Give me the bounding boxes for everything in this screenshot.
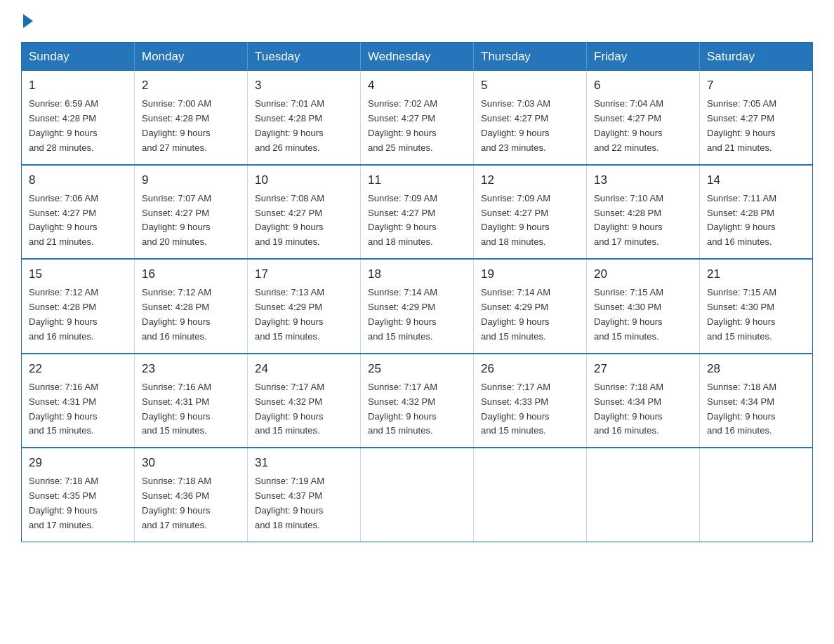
day-info: Sunrise: 7:14 AMSunset: 4:29 PMDaylight:… — [368, 286, 466, 344]
day-info: Sunrise: 7:10 AMSunset: 4:28 PMDaylight:… — [594, 192, 692, 250]
day-number: 1 — [29, 76, 127, 95]
day-number: 21 — [707, 265, 805, 283]
day-info: Sunrise: 7:07 AMSunset: 4:27 PMDaylight:… — [142, 192, 240, 250]
day-of-week-header: Sunday — [22, 43, 135, 72]
calendar-day-cell — [587, 448, 700, 542]
calendar-day-cell: 16Sunrise: 7:12 AMSunset: 4:28 PMDayligh… — [135, 259, 248, 354]
calendar-day-cell: 19Sunrise: 7:14 AMSunset: 4:29 PMDayligh… — [474, 259, 587, 354]
logo-arrow-icon — [23, 14, 33, 28]
day-number: 23 — [142, 360, 240, 378]
day-info: Sunrise: 7:13 AMSunset: 4:29 PMDaylight:… — [255, 286, 353, 344]
calendar-week-row: 29Sunrise: 7:18 AMSunset: 4:35 PMDayligh… — [22, 448, 813, 542]
calendar-header-row: SundayMondayTuesdayWednesdayThursdayFrid… — [22, 43, 813, 72]
day-number: 27 — [594, 360, 692, 378]
calendar-day-cell: 31Sunrise: 7:19 AMSunset: 4:37 PMDayligh… — [248, 448, 361, 542]
day-info: Sunrise: 6:59 AMSunset: 4:28 PMDaylight:… — [29, 97, 127, 155]
day-number: 31 — [255, 454, 353, 472]
calendar-table: SundayMondayTuesdayWednesdayThursdayFrid… — [21, 42, 813, 542]
day-info: Sunrise: 7:12 AMSunset: 4:28 PMDaylight:… — [29, 286, 127, 344]
calendar-day-cell: 7Sunrise: 7:05 AMSunset: 4:27 PMDaylight… — [700, 71, 813, 165]
calendar-day-cell — [700, 448, 813, 542]
calendar-day-cell: 8Sunrise: 7:06 AMSunset: 4:27 PMDaylight… — [22, 165, 135, 260]
day-of-week-header: Tuesday — [248, 43, 361, 72]
day-info: Sunrise: 7:18 AMSunset: 4:36 PMDaylight:… — [142, 474, 240, 532]
day-number: 9 — [142, 171, 240, 189]
calendar-day-cell: 14Sunrise: 7:11 AMSunset: 4:28 PMDayligh… — [700, 165, 813, 260]
calendar-day-cell: 24Sunrise: 7:17 AMSunset: 4:32 PMDayligh… — [248, 354, 361, 448]
day-info: Sunrise: 7:09 AMSunset: 4:27 PMDaylight:… — [481, 192, 579, 250]
day-info: Sunrise: 7:02 AMSunset: 4:27 PMDaylight:… — [368, 97, 466, 155]
day-info: Sunrise: 7:19 AMSunset: 4:37 PMDaylight:… — [255, 474, 353, 532]
day-info: Sunrise: 7:17 AMSunset: 4:33 PMDaylight:… — [481, 380, 579, 438]
day-info: Sunrise: 7:16 AMSunset: 4:31 PMDaylight:… — [142, 380, 240, 438]
calendar-week-row: 15Sunrise: 7:12 AMSunset: 4:28 PMDayligh… — [22, 259, 813, 354]
day-number: 19 — [481, 265, 579, 283]
calendar-day-cell: 17Sunrise: 7:13 AMSunset: 4:29 PMDayligh… — [248, 259, 361, 354]
calendar-day-cell: 9Sunrise: 7:07 AMSunset: 4:27 PMDaylight… — [135, 165, 248, 260]
day-info: Sunrise: 7:18 AMSunset: 4:34 PMDaylight:… — [707, 380, 805, 438]
calendar-day-cell: 12Sunrise: 7:09 AMSunset: 4:27 PMDayligh… — [474, 165, 587, 260]
day-info: Sunrise: 7:18 AMSunset: 4:34 PMDaylight:… — [594, 380, 692, 438]
day-number: 18 — [368, 265, 466, 283]
day-info: Sunrise: 7:08 AMSunset: 4:27 PMDaylight:… — [255, 192, 353, 250]
day-number: 17 — [255, 265, 353, 283]
day-number: 13 — [594, 171, 692, 189]
calendar-day-cell: 4Sunrise: 7:02 AMSunset: 4:27 PMDaylight… — [361, 71, 474, 165]
calendar-day-cell: 20Sunrise: 7:15 AMSunset: 4:30 PMDayligh… — [587, 259, 700, 354]
day-info: Sunrise: 7:04 AMSunset: 4:27 PMDaylight:… — [594, 97, 692, 155]
calendar-day-cell: 29Sunrise: 7:18 AMSunset: 4:35 PMDayligh… — [22, 448, 135, 542]
calendar-day-cell: 25Sunrise: 7:17 AMSunset: 4:32 PMDayligh… — [361, 354, 474, 448]
day-of-week-header: Saturday — [700, 43, 813, 72]
day-info: Sunrise: 7:05 AMSunset: 4:27 PMDaylight:… — [707, 97, 805, 155]
calendar-week-row: 1Sunrise: 6:59 AMSunset: 4:28 PMDaylight… — [22, 71, 813, 165]
day-number: 22 — [29, 360, 127, 378]
calendar-week-row: 22Sunrise: 7:16 AMSunset: 4:31 PMDayligh… — [22, 354, 813, 448]
day-number: 24 — [255, 360, 353, 378]
day-info: Sunrise: 7:09 AMSunset: 4:27 PMDaylight:… — [368, 192, 466, 250]
day-info: Sunrise: 7:17 AMSunset: 4:32 PMDaylight:… — [368, 380, 466, 438]
day-info: Sunrise: 7:15 AMSunset: 4:30 PMDaylight:… — [707, 286, 805, 344]
calendar-day-cell: 13Sunrise: 7:10 AMSunset: 4:28 PMDayligh… — [587, 165, 700, 260]
day-number: 12 — [481, 171, 579, 189]
day-info: Sunrise: 7:03 AMSunset: 4:27 PMDaylight:… — [481, 97, 579, 155]
day-info: Sunrise: 7:06 AMSunset: 4:27 PMDaylight:… — [29, 192, 127, 250]
logo — [21, 14, 33, 29]
day-number: 8 — [29, 171, 127, 189]
calendar-day-cell: 21Sunrise: 7:15 AMSunset: 4:30 PMDayligh… — [700, 259, 813, 354]
calendar-day-cell: 28Sunrise: 7:18 AMSunset: 4:34 PMDayligh… — [700, 354, 813, 448]
day-number: 26 — [481, 360, 579, 378]
day-number: 25 — [368, 360, 466, 378]
day-number: 29 — [29, 454, 127, 472]
calendar-day-cell — [474, 448, 587, 542]
calendar-day-cell: 11Sunrise: 7:09 AMSunset: 4:27 PMDayligh… — [361, 165, 474, 260]
calendar-day-cell: 18Sunrise: 7:14 AMSunset: 4:29 PMDayligh… — [361, 259, 474, 354]
day-of-week-header: Friday — [587, 43, 700, 72]
day-info: Sunrise: 7:00 AMSunset: 4:28 PMDaylight:… — [142, 97, 240, 155]
page-header — [21, 14, 813, 29]
calendar-day-cell: 10Sunrise: 7:08 AMSunset: 4:27 PMDayligh… — [248, 165, 361, 260]
day-info: Sunrise: 7:11 AMSunset: 4:28 PMDaylight:… — [707, 192, 805, 250]
day-number: 6 — [594, 76, 692, 95]
day-info: Sunrise: 7:18 AMSunset: 4:35 PMDaylight:… — [29, 474, 127, 532]
calendar-day-cell: 2Sunrise: 7:00 AMSunset: 4:28 PMDaylight… — [135, 71, 248, 165]
day-number: 20 — [594, 265, 692, 283]
calendar-week-row: 8Sunrise: 7:06 AMSunset: 4:27 PMDaylight… — [22, 165, 813, 260]
day-number: 30 — [142, 454, 240, 472]
day-number: 28 — [707, 360, 805, 378]
calendar-day-cell: 15Sunrise: 7:12 AMSunset: 4:28 PMDayligh… — [22, 259, 135, 354]
calendar-day-cell: 1Sunrise: 6:59 AMSunset: 4:28 PMDaylight… — [22, 71, 135, 165]
day-number: 2 — [142, 76, 240, 95]
calendar-day-cell: 23Sunrise: 7:16 AMSunset: 4:31 PMDayligh… — [135, 354, 248, 448]
calendar-day-cell: 30Sunrise: 7:18 AMSunset: 4:36 PMDayligh… — [135, 448, 248, 542]
day-of-week-header: Wednesday — [361, 43, 474, 72]
day-number: 5 — [481, 76, 579, 95]
calendar-day-cell: 26Sunrise: 7:17 AMSunset: 4:33 PMDayligh… — [474, 354, 587, 448]
calendar-day-cell: 6Sunrise: 7:04 AMSunset: 4:27 PMDaylight… — [587, 71, 700, 165]
day-number: 15 — [29, 265, 127, 283]
day-number: 3 — [255, 76, 353, 95]
calendar-day-cell: 5Sunrise: 7:03 AMSunset: 4:27 PMDaylight… — [474, 71, 587, 165]
day-of-week-header: Thursday — [474, 43, 587, 72]
calendar-day-cell — [361, 448, 474, 542]
calendar-day-cell: 27Sunrise: 7:18 AMSunset: 4:34 PMDayligh… — [587, 354, 700, 448]
day-number: 10 — [255, 171, 353, 189]
